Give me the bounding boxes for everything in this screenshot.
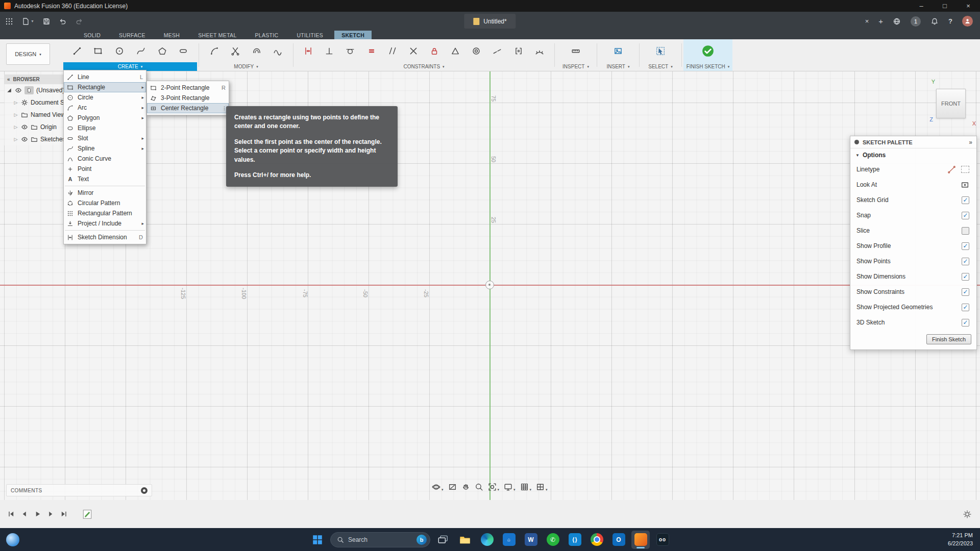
menu-item-center-rectangle[interactable]: Center Rectangle ⋮ (147, 103, 229, 113)
menu-item-sketch-dimension[interactable]: Sketch Dimension D (64, 232, 146, 242)
expand-arrow-icon[interactable]: ▷ (13, 100, 18, 105)
menu-item-polygon[interactable]: Polygon ▸ (64, 113, 146, 123)
taskbar-app-fusion-360[interactable] (631, 531, 650, 549)
show-constraints-checkbox[interactable]: ✓ (962, 288, 969, 296)
fillet-tool-button[interactable] (207, 43, 222, 59)
timeline-play-button[interactable] (31, 508, 44, 521)
sketch-palette-header[interactable]: SKETCH PALETTE » (850, 136, 976, 148)
3d-sketch-checkbox[interactable]: ✓ (962, 319, 969, 327)
construction-linetype-icon[interactable] (947, 165, 956, 174)
tangent-constraint-button[interactable] (342, 43, 358, 59)
viewports-caret-icon[interactable]: ▾ (546, 488, 548, 491)
menu-item-text[interactable]: A Text (64, 174, 146, 184)
taskbar-app-vscode[interactable]: ⟨⟩ (566, 531, 584, 549)
section-collapse-icon[interactable]: ▼ (855, 153, 860, 158)
pan-button[interactable] (461, 483, 470, 491)
sketch-canvas[interactable]: -125 -100 -75 -50 -25 75 50 25 FRONT Y X… (0, 71, 980, 500)
finish-sketch-palette-button[interactable]: Finish Sketch (926, 334, 971, 344)
settings-gear-icon[interactable] (963, 510, 972, 519)
tab-solid[interactable]: SOLID (77, 31, 108, 39)
tab-sheet-metal[interactable]: SHEET METAL (191, 31, 243, 39)
menu-item-spline[interactable]: Spline ▸ (64, 143, 146, 154)
options-section-header[interactable]: ▼ Options (850, 148, 976, 162)
expand-arrow-icon[interactable]: ▷ (13, 124, 18, 130)
perpendicular-constraint-button[interactable] (322, 43, 337, 59)
select-tool-button[interactable] (653, 43, 668, 59)
spline-tool-button[interactable] (133, 43, 149, 59)
timeline-skip-start-button[interactable] (4, 508, 17, 521)
menu-item-3-point-rectangle[interactable]: 3-Point Rectangle (147, 93, 229, 103)
display-caret-icon[interactable]: ▾ (513, 488, 516, 491)
tab-surface[interactable]: SURFACE (112, 31, 153, 39)
sketch-dimension-button[interactable] (301, 43, 316, 59)
visibility-eye-icon[interactable] (15, 87, 22, 94)
insert-group-label[interactable]: INSERT▾ (599, 62, 638, 71)
bing-icon[interactable]: b (416, 535, 427, 545)
taskbar-app-store[interactable]: ⌂ (500, 531, 518, 549)
file-menu-button[interactable]: ▼ (21, 17, 34, 26)
menu-item-mirror[interactable]: Mirror (64, 188, 146, 198)
comment-bubble-icon[interactable] (141, 487, 148, 494)
timeline-step-back-button[interactable] (17, 508, 31, 521)
menu-item-slot[interactable]: Slot ▸ (64, 133, 146, 143)
zoom-button[interactable] (475, 483, 483, 491)
trim-tool-button[interactable] (228, 43, 243, 59)
undo-button[interactable] (59, 17, 67, 26)
user-avatar[interactable] (962, 16, 973, 27)
grid-settings-button[interactable]: ▾ (520, 483, 532, 491)
fix-lock-constraint-button[interactable] (427, 43, 442, 59)
parallel-constraint-button[interactable] (385, 43, 400, 59)
menu-item-2-point-rectangle[interactable]: 2-Point Rectangle R (147, 83, 229, 93)
task-view-button[interactable] (434, 531, 452, 549)
document-tab[interactable]: Untitled* (464, 14, 516, 29)
close-tab-icon[interactable]: × (865, 17, 869, 25)
constraints-group-label[interactable]: CONSTRAINTS▾ (295, 62, 553, 71)
fit-button[interactable]: ▾ (488, 483, 500, 491)
taskbar-app-file-explorer[interactable] (456, 531, 474, 549)
centerline-linetype-icon[interactable] (961, 166, 969, 173)
select-group-label[interactable]: SELECT▾ (641, 62, 680, 71)
show-points-checkbox[interactable]: ✓ (962, 258, 969, 265)
tab-sketch[interactable]: SKETCH (334, 31, 372, 39)
concentric-constraint-button[interactable] (469, 43, 484, 59)
menu-item-project-include[interactable]: Project / Include ▸ (64, 218, 146, 229)
offset-tool-button[interactable] (249, 43, 264, 59)
timeline-sketch-feature[interactable] (82, 509, 93, 520)
show-dimensions-checkbox[interactable]: ✓ (962, 273, 969, 281)
collapse-palette-icon[interactable]: » (969, 139, 972, 146)
taskbar-clock[interactable]: 7:21 PM 6/22/2023 (948, 532, 973, 547)
help-icon[interactable]: ? (948, 17, 952, 25)
inspect-group-label[interactable]: INSPECT▾ (556, 62, 595, 71)
orbit-button[interactable]: ▾ (432, 483, 444, 491)
menu-item-circle[interactable]: Circle ▸ (64, 92, 146, 103)
curvature-constraint-button[interactable] (532, 43, 547, 59)
visibility-eye-icon[interactable] (21, 136, 28, 143)
view-cube[interactable]: FRONT (936, 89, 966, 118)
show-projected-geometries-checkbox[interactable]: ✓ (962, 304, 969, 311)
app-grid-menu-button[interactable] (5, 17, 13, 26)
snap-checkbox[interactable]: ✓ (962, 212, 969, 219)
maximize-button[interactable]: □ (933, 0, 957, 12)
collapse-panel-icon[interactable]: « (7, 77, 10, 82)
new-tab-icon[interactable]: + (878, 17, 883, 26)
expand-arrow-icon[interactable]: ▷ (13, 112, 18, 117)
redo-button[interactable] (75, 17, 83, 26)
comments-bar[interactable]: COMMENTS (6, 484, 152, 496)
menu-item-point[interactable]: Point (64, 164, 146, 174)
menu-item-ellipse[interactable]: Ellipse (64, 123, 146, 133)
menu-item-arc[interactable]: Arc ▸ (64, 103, 146, 113)
collinear-constraint-button[interactable] (489, 43, 505, 59)
line-tool-button[interactable] (69, 43, 85, 59)
menu-item-circular-pattern[interactable]: Circular Pattern (64, 198, 146, 208)
triangle-constraint-button[interactable] (448, 43, 463, 59)
sketch-grid-checkbox[interactable]: ✓ (962, 196, 969, 204)
notifications-bell-icon[interactable] (930, 17, 939, 26)
viewports-button[interactable]: ▾ (536, 483, 548, 491)
job-status-icon[interactable]: 1 (911, 16, 921, 27)
slot-tool-button[interactable] (176, 43, 191, 59)
taskbar-app-obs[interactable]: oo (653, 531, 672, 549)
circle-tool-button[interactable] (112, 43, 127, 59)
finish-sketch-group-label[interactable]: FINISH SKETCH▾ (683, 62, 732, 71)
grid-caret-icon[interactable]: ▾ (530, 488, 532, 491)
finish-sketch-button[interactable] (700, 43, 716, 59)
